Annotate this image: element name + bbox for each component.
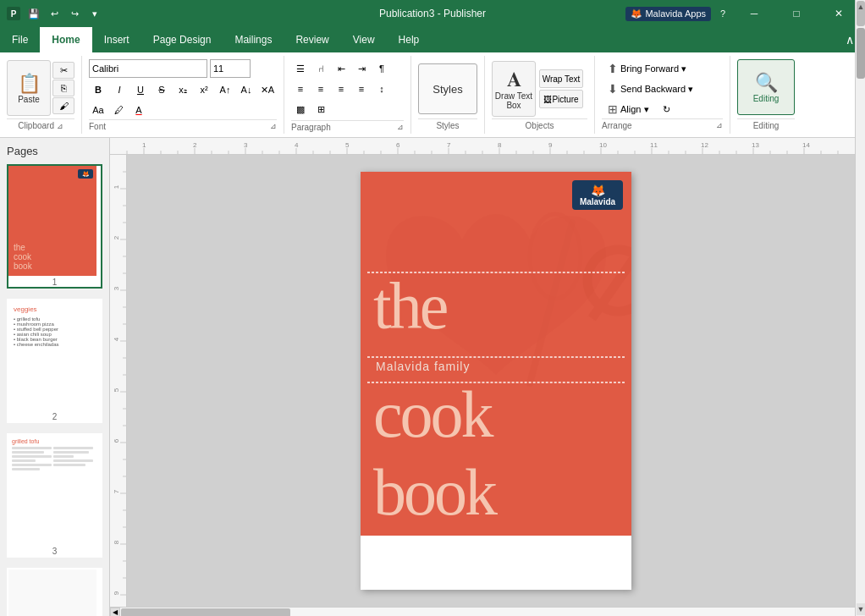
borders-button[interactable]: ⊞ [311, 100, 330, 118]
shading-button[interactable]: ▩ [291, 100, 310, 118]
editing-button[interactable]: 🔍 Editing [737, 59, 795, 115]
save-button[interactable]: 💾 [25, 5, 42, 22]
align-button[interactable]: ⊞ Align ▾ [602, 100, 655, 118]
thumb2-items: • grilled tofu • mushroom pizza • stuffe… [14, 316, 91, 347]
italic-button[interactable]: I [110, 80, 129, 99]
tab-view[interactable]: View [341, 27, 387, 52]
page-thumbnail-3[interactable]: grilled tofu [7, 433, 102, 558]
font-family-input[interactable] [89, 59, 207, 78]
malavida-icon: 🦊 [631, 8, 642, 19]
cover-text-book[interactable]: book [373, 459, 495, 525]
styles-group: Styles Styles [411, 56, 485, 134]
clipboard-group: 📋 Paste ✂ ⎘ 🖌 Clipboard ⊿ [0, 56, 82, 134]
format-painter-button[interactable]: 🖌 [52, 97, 74, 114]
rotate-button[interactable]: ↻ [657, 100, 676, 118]
align-label: Align ▾ [620, 104, 649, 115]
horizontal-scrollbar: ◀ ▶ [110, 607, 865, 616]
canvas-area[interactable]: ⌀ 🦊 Malavida [127, 155, 865, 607]
page-num-3: 3 [8, 547, 101, 556]
arrange-dialog-launcher[interactable]: ⊿ [716, 121, 723, 130]
bring-forward-button[interactable]: ⬆ Bring Forward ▾ [602, 59, 692, 78]
titlebar-right: 🦊 Malavida Apps ? ─ □ ✕ [625, 0, 858, 27]
draw-text-box-button[interactable]: 𝐀 Draw Text Box [492, 61, 536, 117]
subscript-button[interactable]: x₂ [174, 80, 192, 99]
tab-insert[interactable]: Insert [92, 27, 141, 52]
redo-button[interactable]: ↪ [66, 5, 83, 22]
window-title: Publication3 - Publisher [379, 8, 486, 19]
cover-text-cook[interactable]: cook [373, 382, 492, 448]
cover-design: ⌀ 🦊 Malavida [361, 172, 631, 536]
change-case-button[interactable]: Aa [89, 101, 107, 119]
quick-access-toolbar: 💾 ↩ ↪ ▾ [25, 5, 103, 22]
cut-button[interactable]: ✂ [52, 62, 74, 79]
align-center-button[interactable]: ≡ [311, 80, 330, 98]
styles-label: Styles [418, 118, 477, 130]
increase-indent-button[interactable]: ⇥ [352, 59, 371, 78]
tab-file[interactable]: File [0, 27, 40, 52]
superscript-button[interactable]: x² [195, 80, 213, 99]
bullets-button[interactable]: ☰ [291, 59, 310, 78]
align-left-button[interactable]: ≡ [291, 80, 310, 98]
main-layout: Pages 🦊 thecookbook 1 veggies • grilled … [0, 138, 865, 616]
svg-text:P: P [11, 9, 17, 19]
horizontal-scrollbar-track[interactable] [120, 608, 855, 617]
close-button[interactable]: ✕ [819, 0, 858, 27]
svg-text:2: 2 [113, 235, 120, 239]
show-hide-button[interactable]: ¶ [372, 59, 391, 78]
decrease-font-size-button[interactable]: A↓ [237, 80, 256, 99]
align-right-button[interactable]: ≡ [332, 80, 350, 98]
svg-text:6: 6 [396, 141, 400, 149]
cover-family-text[interactable]: Malavida family [376, 360, 470, 373]
svg-text:2: 2 [193, 141, 197, 149]
styles-gallery[interactable]: Styles [418, 63, 477, 114]
tab-page-design[interactable]: Page Design [141, 27, 223, 52]
copy-button[interactable]: ⎘ [52, 80, 74, 96]
paragraph-dialog-launcher[interactable]: ⊿ [397, 123, 404, 132]
horizontal-scrollbar-thumb[interactable] [121, 608, 290, 617]
send-backward-dropdown[interactable]: ▾ [688, 84, 693, 95]
vertical-scrollbar[interactable]: ▲ ▼ [855, 155, 865, 607]
font-size-input[interactable] [210, 59, 251, 78]
strikethrough-button[interactable]: S [152, 80, 171, 99]
justify-button[interactable]: ≡ [352, 80, 371, 98]
bold-button[interactable]: B [89, 80, 107, 99]
horizontal-ruler: 1 2 3 4 5 6 7 8 9 10 11 12 13 14 [110, 138, 865, 155]
page-thumbnail-4[interactable] [7, 568, 102, 616]
send-backward-button[interactable]: ⬇ Send Backward ▾ [602, 80, 699, 98]
paste-button[interactable]: 📋 Paste [7, 60, 51, 116]
cover-text-the[interactable]: the [373, 273, 446, 339]
clipboard-dialog-launcher[interactable]: ⊿ [57, 122, 63, 130]
ruler-container: 1 2 3 4 5 6 7 8 9 10 11 12 13 14 [110, 138, 865, 616]
minimize-button[interactable]: ─ [735, 0, 774, 27]
scrollbar-down-button[interactable]: ▼ [857, 603, 865, 607]
svg-text:4: 4 [113, 337, 120, 341]
draw-text-box-label: Draw Text Box [493, 91, 535, 110]
font-color-button[interactable]: A [129, 101, 148, 119]
qs-dropdown[interactable]: ▾ [86, 5, 103, 22]
maximize-button[interactable]: □ [777, 0, 816, 27]
font-dialog-launcher[interactable]: ⊿ [270, 122, 277, 131]
thumb3-title: grilled tofu [12, 438, 93, 444]
line-spacing-button[interactable]: ↕ [372, 80, 391, 98]
page-thumbnail-2[interactable]: veggies • grilled tofu • mushroom pizza … [7, 299, 102, 423]
page-thumbnail-1[interactable]: 🦊 thecookbook 1 [7, 164, 102, 289]
tab-help[interactable]: Help [387, 27, 432, 52]
undo-button[interactable]: ↩ [46, 5, 63, 22]
svg-text:8: 8 [498, 141, 502, 149]
scroll-left-button[interactable]: ◀ [110, 608, 120, 617]
bring-forward-label: Bring Forward [620, 63, 679, 74]
bring-forward-dropdown[interactable]: ▾ [681, 63, 686, 74]
underline-button[interactable]: U [131, 80, 150, 99]
tab-mailings[interactable]: Mailings [223, 27, 284, 52]
decrease-indent-button[interactable]: ⇤ [332, 59, 350, 78]
align-icon: ⊞ [608, 102, 618, 116]
wrap-text-button[interactable]: Wrap Text [539, 69, 583, 88]
help-button[interactable]: ? [714, 5, 731, 22]
tab-review[interactable]: Review [284, 27, 340, 52]
clear-formatting-button[interactable]: ✕A [258, 80, 277, 99]
increase-font-size-button[interactable]: A↑ [216, 80, 234, 99]
picture-button[interactable]: 🖼 Picture [539, 90, 583, 108]
tab-home[interactable]: Home [40, 27, 91, 52]
text-highlight-button[interactable]: 🖊 [109, 101, 128, 119]
numbering-button[interactable]: ⑁ [311, 59, 330, 78]
